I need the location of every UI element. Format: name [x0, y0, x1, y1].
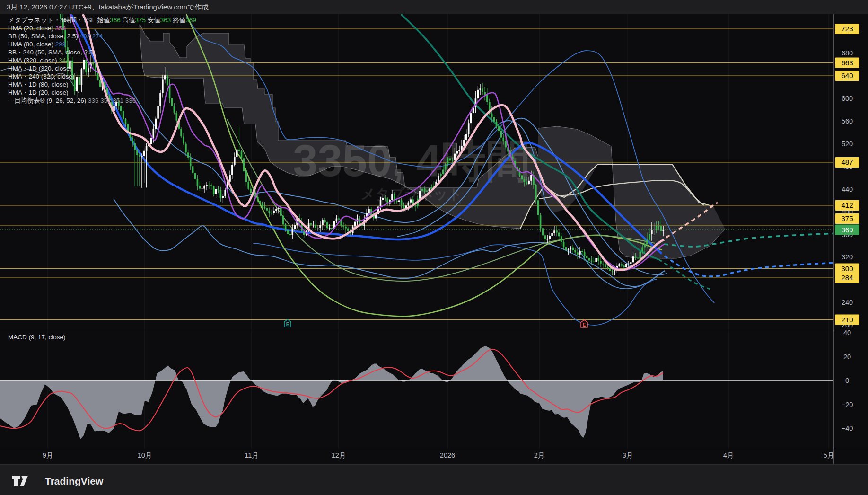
svg-text:40: 40: [843, 329, 851, 336]
svg-text:12月: 12月: [332, 451, 346, 459]
svg-text:−20: −20: [842, 401, 853, 408]
svg-text:HMA・1D (80, close): HMA・1D (80, close): [8, 81, 69, 88]
svg-text:210: 210: [841, 316, 853, 324]
svg-text:663: 663: [841, 59, 853, 67]
svg-text:一目均衡表® (9, 26, 52, 26) 336 3: 一目均衡表® (9, 26, 52, 26) 336 352 351 336: [8, 97, 136, 104]
svg-text:440: 440: [842, 186, 853, 193]
svg-text:2026: 2026: [440, 451, 455, 459]
svg-text:412: 412: [841, 201, 853, 209]
svg-text:MACD (9, 17, close): MACD (9, 17, close): [8, 334, 66, 341]
svg-text:320: 320: [842, 253, 853, 261]
svg-text:0: 0: [845, 377, 849, 384]
svg-text:3350, 4時間: 3350, 4時間: [293, 136, 530, 186]
svg-text:4月: 4月: [723, 451, 734, 459]
svg-text:375: 375: [841, 214, 853, 222]
svg-text:HMA・240 (320, close): HMA・240 (320, close): [8, 73, 74, 80]
svg-text:HMA (320, close) 344: HMA (320, close) 344: [8, 57, 70, 64]
svg-text:HMA・1D (320, close): HMA・1D (320, close): [8, 65, 72, 72]
svg-text:3月 12, 2026 07:27 UTC+9、takata: 3月 12, 2026 07:27 UTC+9、takatabaがTrading…: [7, 3, 209, 11]
svg-text:TradingView: TradingView: [45, 476, 104, 486]
svg-text:メタプラネット: メタプラネット: [361, 186, 463, 202]
svg-text:10月: 10月: [138, 451, 152, 459]
svg-text:−40: −40: [842, 424, 853, 432]
svg-text:487: 487: [841, 158, 853, 166]
svg-text:E: E: [286, 322, 289, 327]
svg-text:723: 723: [841, 25, 853, 33]
svg-text:640: 640: [841, 71, 853, 80]
svg-text:300: 300: [841, 265, 853, 273]
svg-text:680: 680: [842, 49, 853, 57]
svg-text:E: E: [583, 322, 586, 327]
svg-text:240: 240: [842, 299, 853, 306]
svg-text:284: 284: [841, 274, 853, 282]
svg-text:369: 369: [841, 226, 853, 234]
svg-text:20: 20: [843, 353, 851, 361]
svg-text:HMA・1D (20, close): HMA・1D (20, close): [8, 89, 69, 96]
svg-text:560: 560: [842, 117, 853, 125]
svg-text:11月: 11月: [245, 451, 259, 459]
svg-text:HMA (20, close) 354: HMA (20, close) 354: [8, 25, 66, 32]
svg-text:HMA (80, close) 299: HMA (80, close) 299: [8, 41, 66, 48]
svg-text:520: 520: [842, 140, 853, 148]
svg-text:BB (50, SMA, close, 2.5) 402: BB (50, SMA, close, 2.5) 402 274: [8, 33, 103, 40]
svg-text:9月: 9月: [43, 451, 53, 459]
svg-text:2月: 2月: [534, 451, 545, 459]
svg-text:600: 600: [842, 95, 853, 102]
svg-text:メタプラネット・4時間・TSE 始値366 高値375 安値: メタプラネット・4時間・TSE 始値366 高値375 安値363 終値369: [8, 17, 196, 24]
svg-text:5月: 5月: [824, 451, 834, 459]
svg-text:3月: 3月: [623, 451, 633, 459]
svg-text:BB・240 (50, SMA, close, 2.5): BB・240 (50, SMA, close, 2.5): [8, 49, 95, 56]
